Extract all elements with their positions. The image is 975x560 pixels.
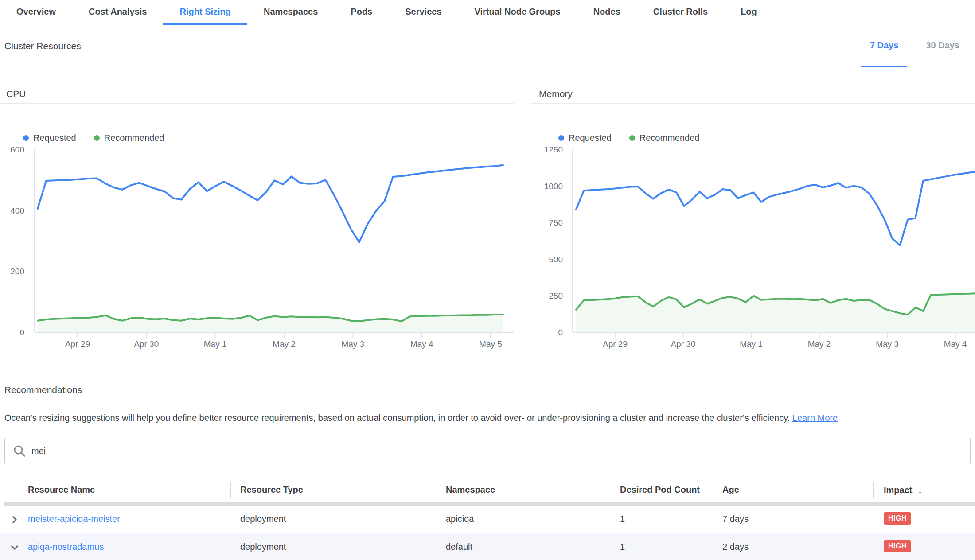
column-header-namespace[interactable]: Namespace: [446, 485, 495, 495]
svg-text:Apr 30: Apr 30: [134, 339, 159, 349]
svg-text:0: 0: [20, 328, 24, 337]
column-header-desired-pod-count[interactable]: Desired Pod Count: [620, 485, 700, 495]
recommendations-description-text: Ocean's resizing suggestions will help y…: [4, 413, 790, 423]
column-header-age[interactable]: Age: [722, 485, 739, 495]
svg-text:Apr 30: Apr 30: [671, 339, 696, 349]
time-range-toggle: 7 Days30 Days: [851, 25, 968, 67]
legend-dot-icon: [558, 135, 564, 141]
cpu-chart-legend: RequestedRecommended: [23, 133, 164, 143]
tab-pods[interactable]: Pods: [334, 0, 389, 25]
svg-text:750: 750: [549, 218, 563, 227]
resource-search-box: [4, 438, 971, 464]
table-row[interactable]: apiqa-nostradamusdeploymentdefault12 day…: [0, 533, 975, 560]
resource-type-cell: deployment: [240, 514, 286, 524]
svg-text:May 3: May 3: [876, 339, 899, 349]
cpu-chart-svg: 0200400600Apr 29Apr 30May 1May 2May 3May…: [0, 144, 514, 350]
svg-text:Apr 29: Apr 29: [603, 339, 628, 349]
column-divider: [611, 482, 611, 499]
range-7-days[interactable]: 7 Days: [861, 25, 908, 67]
svg-text:May 4: May 4: [410, 339, 433, 349]
requested-line: [576, 165, 975, 245]
svg-text:200: 200: [10, 267, 24, 276]
svg-text:May 1: May 1: [740, 339, 763, 349]
tab-log[interactable]: Log: [724, 0, 773, 25]
tab-nodes[interactable]: Nodes: [577, 0, 637, 25]
svg-text:May 3: May 3: [341, 339, 364, 349]
legend-dot-icon: [629, 135, 635, 141]
legend-label: Recommended: [104, 133, 164, 143]
svg-text:1000: 1000: [544, 182, 563, 191]
column-divider: [714, 482, 714, 499]
desired-pod-count-cell: 1: [620, 514, 625, 524]
svg-text:250: 250: [549, 291, 563, 300]
chevron-down-icon[interactable]: [9, 542, 20, 553]
svg-text:600: 600: [10, 145, 24, 154]
cluster-resources-header: Cluster Resources 7 Days30 Days: [0, 25, 975, 67]
cpu-legend-recommended[interactable]: Recommended: [94, 133, 164, 143]
requested-line: [38, 165, 503, 242]
impact-badge: HIGH: [884, 540, 911, 552]
column-divider: [437, 482, 437, 499]
resource-name-link[interactable]: apiqa-nostradamus: [28, 542, 104, 552]
legend-dot-icon: [23, 135, 29, 141]
range-30-days[interactable]: 30 Days: [917, 25, 968, 67]
desired-pod-count-cell: 1: [620, 542, 625, 552]
table-row[interactable]: meister-apiciqa-meisterdeploymentapiciqa…: [0, 506, 975, 533]
svg-text:May 2: May 2: [273, 339, 296, 349]
resource-type-cell: deployment: [240, 542, 286, 552]
memory-chart-title: Memory: [530, 89, 975, 104]
svg-text:1250: 1250: [544, 145, 563, 154]
tab-virtual-node-groups[interactable]: Virtual Node Groups: [458, 0, 577, 25]
search-icon: [13, 444, 26, 458]
resource-name-link[interactable]: meister-apiciqa-meister: [28, 514, 120, 524]
column-header-resource-type[interactable]: Resource Type: [240, 485, 303, 495]
legend-label: Requested: [33, 133, 76, 143]
horizontal-scrollbar-track[interactable]: [4, 502, 975, 506]
legend-label: Requested: [569, 133, 612, 143]
svg-text:May 1: May 1: [204, 339, 227, 349]
tab-right-sizing[interactable]: Right Sizing: [163, 0, 247, 25]
tab-overview[interactable]: Overview: [0, 0, 72, 25]
cpu-chart-title: CPU: [0, 89, 514, 104]
tab-cost-analysis[interactable]: Cost Analysis: [72, 0, 164, 25]
memory-legend-recommended[interactable]: Recommended: [629, 133, 700, 143]
cpu-chart-panel: CPURequestedRecommended0200400600Apr 29A…: [0, 89, 514, 352]
memory-chart-panel: MemoryRequestedRecommended02505007501000…: [530, 89, 975, 352]
cpu-legend-requested[interactable]: Requested: [23, 133, 76, 143]
column-header-resource-name[interactable]: Resource Name: [28, 485, 95, 495]
legend-dot-icon: [94, 135, 100, 141]
age-cell: 2 days: [722, 542, 749, 552]
chevron-right-icon[interactable]: [9, 514, 20, 525]
svg-text:400: 400: [10, 206, 24, 215]
legend-label: Recommended: [640, 133, 700, 143]
svg-text:May 2: May 2: [808, 339, 831, 349]
svg-text:May 4: May 4: [944, 339, 967, 349]
svg-text:0: 0: [558, 328, 563, 337]
sort-desc-arrow-icon[interactable]: ↓: [917, 485, 922, 495]
recommendations-divider: [0, 404, 975, 404]
tab-cluster-rolls[interactable]: Cluster Rolls: [637, 0, 724, 25]
top-nav: OverviewCost AnalysisRight SizingNamespa…: [0, 0, 975, 25]
table-header: Resource NameResource TypeNamespaceDesir…: [0, 478, 975, 502]
column-divider: [230, 482, 231, 499]
namespace-cell: default: [446, 542, 472, 552]
cluster-resources-title: Cluster Resources: [4, 41, 81, 51]
tab-services[interactable]: Services: [389, 0, 458, 25]
namespace-cell: apiciqa: [446, 514, 474, 524]
memory-chart-legend: RequestedRecommended: [558, 133, 699, 143]
svg-text:500: 500: [549, 255, 563, 264]
svg-text:Apr 29: Apr 29: [65, 339, 90, 349]
column-divider: [873, 482, 874, 499]
recommendations-title: Recommendations: [4, 385, 82, 395]
recommendations-description: Ocean's resizing suggestions will help y…: [4, 413, 957, 423]
age-cell: 7 days: [722, 514, 749, 524]
search-input[interactable]: [31, 446, 953, 456]
memory-chart-svg: 025050075010001250Apr 29Apr 30May 1May 2…: [530, 144, 975, 350]
learn-more-link[interactable]: Learn More: [792, 413, 838, 423]
impact-badge: HIGH: [884, 512, 911, 525]
memory-legend-requested[interactable]: Requested: [558, 133, 612, 143]
svg-text:May 5: May 5: [479, 339, 502, 349]
tab-namespaces[interactable]: Namespaces: [247, 0, 334, 25]
column-header-impact[interactable]: Impact↓: [884, 485, 922, 495]
right-sizing-page: OverviewCost AnalysisRight SizingNamespa…: [0, 0, 975, 560]
